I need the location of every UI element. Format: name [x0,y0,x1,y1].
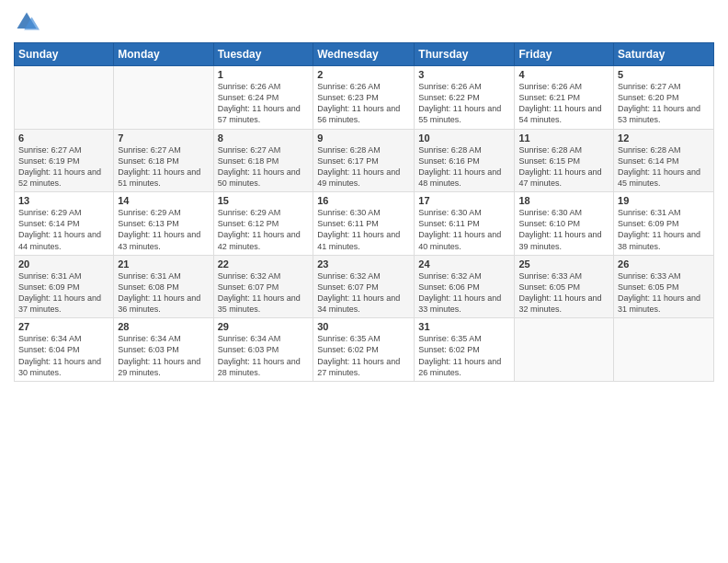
weekday-header-row: SundayMondayTuesdayWednesdayThursdayFrid… [15,43,714,66]
day-info: Sunrise: 6:34 AMSunset: 6:03 PMDaylight:… [218,333,310,378]
day-info: Sunrise: 6:28 AMSunset: 6:14 PMDaylight:… [618,144,710,190]
weekday-friday: Friday [515,43,614,66]
day-info: Sunrise: 6:29 AMSunset: 6:13 PMDaylight:… [118,207,209,252]
week-row-5: 27Sunrise: 6:34 AMSunset: 6:04 PMDayligh… [15,318,714,382]
calendar-cell: 5Sunrise: 6:27 AMSunset: 6:20 PMDaylight… [614,66,714,130]
calendar-cell [614,318,714,382]
day-info: Sunrise: 6:29 AMSunset: 6:14 PMDaylight:… [18,207,109,252]
day-info: Sunrise: 6:26 AMSunset: 6:23 PMDaylight:… [317,81,410,126]
day-number: 7 [118,132,209,144]
calendar-cell: 22Sunrise: 6:32 AMSunset: 6:07 PMDayligh… [213,255,313,318]
day-info: Sunrise: 6:31 AMSunset: 6:09 PMDaylight:… [18,270,109,316]
day-number: 1 [218,69,310,80]
calendar: SundayMondayTuesdayWednesdayThursdayFrid… [14,42,714,382]
day-number: 28 [118,321,209,332]
calendar-cell: 29Sunrise: 6:34 AMSunset: 6:03 PMDayligh… [213,318,313,382]
week-row-1: 1Sunrise: 6:26 AMSunset: 6:24 PMDaylight… [15,66,714,130]
day-info: Sunrise: 6:30 AMSunset: 6:11 PMDaylight:… [317,207,410,252]
day-number: 12 [618,132,710,144]
calendar-cell: 20Sunrise: 6:31 AMSunset: 6:09 PMDayligh… [15,255,114,318]
day-info: Sunrise: 6:26 AMSunset: 6:21 PMDaylight:… [518,81,609,126]
day-number: 3 [418,69,510,80]
calendar-cell: 30Sunrise: 6:35 AMSunset: 6:02 PMDayligh… [313,318,415,382]
day-number: 29 [218,321,310,332]
day-number: 15 [218,195,310,206]
calendar-cell: 15Sunrise: 6:29 AMSunset: 6:12 PMDayligh… [213,192,313,256]
day-number: 30 [317,321,410,332]
logo [14,9,42,35]
calendar-cell: 1Sunrise: 6:26 AMSunset: 6:24 PMDaylight… [213,66,313,130]
calendar-cell: 10Sunrise: 6:28 AMSunset: 6:16 PMDayligh… [415,129,515,192]
calendar-cell: 11Sunrise: 6:28 AMSunset: 6:15 PMDayligh… [515,129,614,192]
calendar-cell: 14Sunrise: 6:29 AMSunset: 6:13 PMDayligh… [114,192,213,256]
calendar-cell: 16Sunrise: 6:30 AMSunset: 6:11 PMDayligh… [313,192,415,256]
weekday-sunday: Sunday [15,43,114,66]
logo-icon [14,9,40,35]
calendar-cell: 24Sunrise: 6:32 AMSunset: 6:06 PMDayligh… [415,255,515,318]
calendar-cell: 17Sunrise: 6:30 AMSunset: 6:11 PMDayligh… [415,192,515,256]
day-info: Sunrise: 6:31 AMSunset: 6:08 PMDaylight:… [118,270,209,316]
calendar-cell: 13Sunrise: 6:29 AMSunset: 6:14 PMDayligh… [15,192,114,256]
day-number: 21 [118,259,209,270]
day-info: Sunrise: 6:33 AMSunset: 6:05 PMDaylight:… [518,270,609,316]
day-number: 23 [317,259,410,270]
calendar-cell: 27Sunrise: 6:34 AMSunset: 6:04 PMDayligh… [15,318,114,382]
header [14,9,714,35]
day-info: Sunrise: 6:32 AMSunset: 6:07 PMDaylight:… [218,270,310,316]
day-info: Sunrise: 6:32 AMSunset: 6:06 PMDaylight:… [418,270,510,316]
day-info: Sunrise: 6:30 AMSunset: 6:10 PMDaylight:… [518,207,609,252]
day-info: Sunrise: 6:29 AMSunset: 6:12 PMDaylight:… [218,207,310,252]
day-number: 14 [118,195,209,206]
day-number: 13 [18,195,109,206]
day-info: Sunrise: 6:26 AMSunset: 6:22 PMDaylight:… [418,81,510,126]
calendar-cell: 12Sunrise: 6:28 AMSunset: 6:14 PMDayligh… [614,129,714,192]
day-number: 20 [18,259,109,270]
day-info: Sunrise: 6:28 AMSunset: 6:17 PMDaylight:… [317,144,410,190]
calendar-cell [114,66,213,130]
calendar-cell: 3Sunrise: 6:26 AMSunset: 6:22 PMDaylight… [415,66,515,130]
day-number: 8 [218,132,310,144]
calendar-cell [15,66,114,130]
day-number: 6 [18,132,109,144]
day-number: 18 [518,195,609,206]
week-row-2: 6Sunrise: 6:27 AMSunset: 6:19 PMDaylight… [15,129,714,192]
day-number: 26 [618,259,710,270]
day-number: 27 [18,321,109,332]
day-info: Sunrise: 6:34 AMSunset: 6:04 PMDaylight:… [18,333,109,378]
day-number: 4 [518,69,609,80]
day-info: Sunrise: 6:28 AMSunset: 6:16 PMDaylight:… [418,144,510,190]
calendar-cell: 7Sunrise: 6:27 AMSunset: 6:18 PMDaylight… [114,129,213,192]
calendar-cell: 6Sunrise: 6:27 AMSunset: 6:19 PMDaylight… [15,129,114,192]
calendar-cell: 28Sunrise: 6:34 AMSunset: 6:03 PMDayligh… [114,318,213,382]
calendar-cell [515,318,614,382]
calendar-cell: 19Sunrise: 6:31 AMSunset: 6:09 PMDayligh… [614,192,714,256]
day-info: Sunrise: 6:27 AMSunset: 6:18 PMDaylight:… [118,144,209,190]
day-number: 19 [618,195,710,206]
day-number: 9 [317,132,410,144]
day-info: Sunrise: 6:27 AMSunset: 6:20 PMDaylight:… [618,81,710,126]
day-number: 24 [418,259,510,270]
calendar-cell: 23Sunrise: 6:32 AMSunset: 6:07 PMDayligh… [313,255,415,318]
day-info: Sunrise: 6:35 AMSunset: 6:02 PMDaylight:… [418,333,510,378]
calendar-cell: 4Sunrise: 6:26 AMSunset: 6:21 PMDaylight… [515,66,614,130]
calendar-cell: 25Sunrise: 6:33 AMSunset: 6:05 PMDayligh… [515,255,614,318]
day-number: 5 [618,69,710,80]
weekday-saturday: Saturday [614,43,714,66]
calendar-cell: 8Sunrise: 6:27 AMSunset: 6:18 PMDaylight… [213,129,313,192]
page: SundayMondayTuesdayWednesdayThursdayFrid… [0,0,728,563]
day-info: Sunrise: 6:34 AMSunset: 6:03 PMDaylight:… [118,333,209,378]
day-number: 10 [418,132,510,144]
week-row-4: 20Sunrise: 6:31 AMSunset: 6:09 PMDayligh… [15,255,714,318]
calendar-cell: 31Sunrise: 6:35 AMSunset: 6:02 PMDayligh… [415,318,515,382]
weekday-monday: Monday [114,43,213,66]
day-number: 2 [317,69,410,80]
day-number: 16 [317,195,410,206]
day-info: Sunrise: 6:26 AMSunset: 6:24 PMDaylight:… [218,81,310,126]
day-info: Sunrise: 6:35 AMSunset: 6:02 PMDaylight:… [317,333,410,378]
day-info: Sunrise: 6:33 AMSunset: 6:05 PMDaylight:… [618,270,710,316]
calendar-cell: 2Sunrise: 6:26 AMSunset: 6:23 PMDaylight… [313,66,415,130]
day-number: 31 [418,321,510,332]
day-info: Sunrise: 6:30 AMSunset: 6:11 PMDaylight:… [418,207,510,252]
day-number: 11 [518,132,609,144]
day-info: Sunrise: 6:27 AMSunset: 6:18 PMDaylight:… [218,144,310,190]
